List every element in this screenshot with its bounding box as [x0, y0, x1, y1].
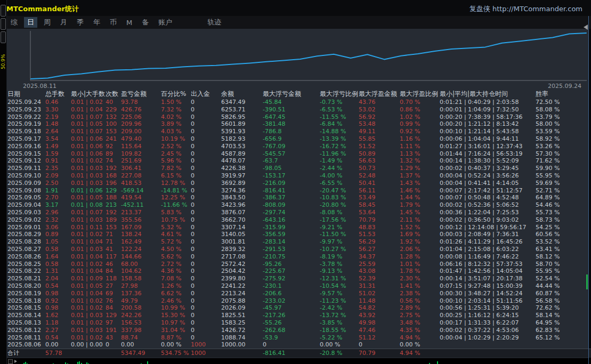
- cell-count: 84: [106, 268, 121, 275]
- menu-item-备[interactable]: 备: [139, 17, 152, 28]
- right-window-border: [588, 16, 589, 364]
- activity-bar: [79, 361, 80, 364]
- table-row[interactable]: 2025.09.222.190.01 | 0.07132225.064.02 %…: [7, 114, 591, 121]
- menu-item-账户[interactable]: 账户: [155, 17, 175, 28]
- table-row[interactable]: 2025.09.022.320.01 | 0.03189355.5610.75 …: [7, 216, 591, 224]
- table-row[interactable]: 2025.09.151.590.01 | 0.0689109.822.45 %0…: [7, 150, 591, 158]
- cell-balance: 1000.00: [221, 341, 263, 349]
- table-row[interactable]: 2025.08.200.540.01 | 0.052727.981.26 %02…: [7, 282, 591, 290]
- table-row[interactable]: 2025.08.221.310.01 | 0.0484104.624.36 %0…: [7, 268, 591, 275]
- cell-inout: 0: [191, 238, 221, 246]
- cell-float_loss_pct: -9.97 %: [320, 238, 359, 246]
- column-header[interactable]: 出入金: [191, 90, 221, 99]
- column-header[interactable]: 余额: [221, 90, 263, 99]
- table-row[interactable]: 2025.09.013.060.01 | 0.11153167.095.32 %…: [7, 224, 591, 231]
- table-row[interactable]: 2025.08.060.000.00 | 0.0000.000.00 %1000…: [7, 341, 591, 349]
- site-link[interactable]: 复盘侠 http://MTCommander.com: [469, 4, 582, 14]
- menu-item-综[interactable]: 综: [7, 17, 21, 28]
- left-tool-button-2[interactable]: [1, 18, 6, 30]
- table-row[interactable]: 2025.08.131.180.01 | 0.0297156.5310.97 %…: [7, 319, 591, 327]
- column-header[interactable]: 最大浮盈比例: [400, 90, 440, 99]
- table-row[interactable]: 2025.09.043.170.01 | 0.08213-452.11-11.6…: [7, 201, 591, 209]
- scroll-left-arrow-icon[interactable]: [584, 25, 588, 30]
- column-header[interactable]: 盈亏金额: [121, 90, 161, 99]
- table-row[interactable]: 2025.08.122.270.01 | 0.03191337.9831.04 …: [7, 327, 591, 334]
- left-tool-button-3[interactable]: [1, 31, 6, 43]
- menu-item-币[interactable]: 币: [107, 17, 120, 28]
- cell-lots: 57.78: [45, 349, 71, 358]
- cell-hold_time: 0:00:14 | 1:38:30 | 5:52:09: [440, 157, 536, 165]
- menu-item-月[interactable]: 月: [57, 17, 70, 28]
- cell-count: 74: [106, 157, 121, 165]
- table-row[interactable]: 2025.09.102.090.01 | 0.03168227.086.15 %…: [7, 172, 591, 180]
- cell-pnl: 337.98: [121, 327, 161, 334]
- table-row[interactable]: 2025.08.290.890.01 | 0.0271138.244.61 %0…: [7, 231, 591, 238]
- cell-float_loss: -315.99: [263, 224, 320, 231]
- table-row[interactable]: 2025.09.092.500.01 | 0.03196418.5312.78 …: [7, 180, 591, 187]
- cell-float_loss_pct: -6.55 %: [320, 180, 359, 187]
- column-header[interactable]: 总手数: [45, 90, 71, 99]
- column-header[interactable]: 百分比%: [161, 90, 191, 99]
- table-row[interactable]: 2025.08.270.580.01 | 0.0341122.244.50 %0…: [7, 246, 591, 253]
- cell-inout: 0: [191, 224, 221, 231]
- cell-count: 27: [106, 282, 121, 290]
- table-row[interactable]: 2025.08.110.540.01 | 0.024388.748.87 %01…: [7, 334, 591, 342]
- cell-pct: 4.50 %: [161, 246, 191, 253]
- table-row[interactable]: 2025.08.150.980.01 | 0.0284200.5810.99 %…: [7, 304, 591, 312]
- menu-item-M[interactable]: M: [123, 18, 135, 27]
- cell-inout: 0: [191, 268, 221, 275]
- cell-date: 2025.09.10: [7, 172, 45, 180]
- cell-float_profit_pct: 1.52 %: [400, 224, 440, 231]
- cell-pct: 10.99 %: [161, 304, 191, 312]
- cell-float_profit_pct: 1.92 %: [400, 238, 440, 246]
- cell-hold_time: 0:00:03 | 2:08:49 | 7:36:31: [440, 231, 536, 238]
- table-row[interactable]: 2025.08.141.620.01 | 0.03129242.2615.30 …: [7, 312, 591, 319]
- cell-lot_minmax: 0.01 | 0.03: [71, 165, 106, 172]
- cell-float_profit_pct: 2.30 %: [400, 275, 440, 282]
- table-row[interactable]: 2025.08.190.980.01 | 0.0469137.366.62 %0…: [7, 290, 591, 297]
- menu-item-周[interactable]: 周: [41, 17, 54, 28]
- column-header[interactable]: 最大浮亏金额: [263, 90, 320, 99]
- cell-float_loss: -210.75: [263, 253, 320, 261]
- table-row[interactable]: 2025.09.161.490.01 | 0.0692115.642.52 %0…: [7, 143, 591, 150]
- table-row[interactable]: 2025.08.261.640.01 | 0.04117144.665.62 %…: [7, 253, 591, 261]
- column-header[interactable]: 最大浮盈金额: [359, 90, 400, 99]
- table-row[interactable]: 2025.08.281.050.01 | 0.0471162.495.72 %0…: [7, 238, 591, 246]
- column-header[interactable]: 最小|平均|最大持仓时间: [440, 90, 536, 99]
- menu-item-日[interactable]: 日: [24, 17, 37, 28]
- cell-pct: 8.87 %: [161, 334, 191, 342]
- column-header[interactable]: 最大浮亏比例: [320, 90, 359, 99]
- cell-float_profit_pct: 0.99 %: [400, 120, 440, 128]
- table-row[interactable]: 2025.08.180.920.01 | 0.027649.792.46 %02…: [7, 297, 591, 305]
- table-row[interactable]: 2025.09.173.540.01 | 0.06241479.4010.19 …: [7, 135, 591, 143]
- column-header[interactable]: 次数: [106, 90, 121, 99]
- table-row[interactable]: 2025.09.032.960.01 | 0.07192213.375.83 %…: [7, 209, 591, 216]
- cell-win_rate: 64.95 %: [536, 319, 591, 327]
- left-tool-button-1[interactable]: [1, 5, 6, 17]
- table-row[interactable]: 2025.08.250.580.01 | 0.024668.002.72 %02…: [7, 261, 591, 268]
- column-header[interactable]: 最小|大手数: [71, 90, 106, 99]
- cell-date: 2025.09.24: [7, 99, 45, 106]
- column-header[interactable]: 胜率: [536, 90, 591, 99]
- cell-balance: 5182.93: [221, 135, 263, 143]
- cell-float_loss: -53.9: [263, 334, 320, 342]
- table-row[interactable]: 2025.09.182.640.01 | 0.07153209.004.03 %…: [7, 128, 591, 135]
- table-row[interactable]: 2025.09.081.910.01 | 0.06129-569.14-14.8…: [7, 187, 591, 195]
- cell-balance: 2241.22: [221, 282, 263, 290]
- cell-float_loss_pct: -11.55 %: [320, 114, 359, 121]
- cell-date: 2025.08.26: [7, 253, 45, 261]
- table-row[interactable]: 2025.08.212.040.01 | 0.09118158.587.08 %…: [7, 275, 591, 282]
- table-row[interactable]: 2025.09.052.700.01 | 0.05188419.5412.25 …: [7, 194, 591, 201]
- table-row[interactable]: 2025.09.112.350.01 | 0.03192306.417.82 %…: [7, 165, 591, 172]
- menu-item-轨迹[interactable]: 轨迹: [204, 17, 224, 28]
- table-row[interactable]: 2025.09.233.300.01 | 0.04229426.767.32 %…: [7, 106, 591, 114]
- table-row[interactable]: 2025.09.240.460.01 | 0.024093.781.50 %06…: [7, 99, 591, 106]
- column-header[interactable]: 日期: [7, 90, 45, 99]
- cell-float_profit: 48.83: [359, 224, 400, 231]
- table-row[interactable]: 2025.09.191.480.01 | 0.05100209.963.89 %…: [7, 120, 591, 128]
- menu-item-季[interactable]: 季: [74, 17, 87, 28]
- menu-item-年[interactable]: 年: [90, 17, 103, 28]
- table-row[interactable]: 2025.09.120.910.01 | 0.0274251.695.96 %0…: [7, 157, 591, 165]
- cell-date: 2025.09.17: [7, 135, 45, 143]
- cell-pct: 5.32 %: [161, 224, 191, 231]
